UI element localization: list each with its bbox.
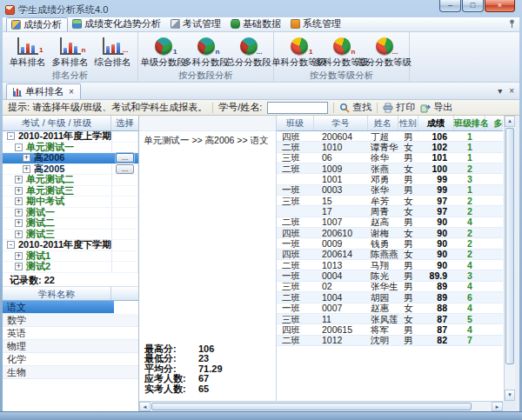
- table-row[interactable]: 二班1009张燕女1002: [277, 163, 503, 174]
- subject-row[interactable]: 化学: [3, 353, 138, 366]
- maximize-button[interactable]: □: [462, 0, 484, 12]
- table-row[interactable]: 四班200604丁超男1061: [277, 131, 503, 142]
- table-row[interactable]: 一班0003张华男991: [277, 185, 503, 196]
- browse-button[interactable]: ...: [116, 153, 134, 163]
- horizontal-scroll-thumb[interactable]: [151, 403, 472, 410]
- table-row[interactable]: 一班0007赵惠女884: [277, 303, 503, 314]
- scroll-down-icon[interactable]: ▼: [505, 390, 515, 401]
- table-row[interactable]: 三班11张风莲女875: [277, 314, 503, 324]
- cell: 男: [398, 260, 418, 270]
- table-row[interactable]: 二班1007赵高男904: [277, 217, 503, 228]
- pie-chart-multi-button[interactable]: n多科分数段: [184, 34, 227, 70]
- pie-chart-single-button[interactable]: 1单级分数段: [142, 34, 184, 70]
- table-row[interactable]: 二班1010谭青华女1021: [277, 142, 503, 152]
- menu-tab-3[interactable]: 基础数据: [226, 17, 286, 31]
- cell: 二班: [277, 260, 314, 270]
- table-row[interactable]: 三班15牟芳女972: [277, 196, 503, 206]
- cell: 1: [454, 152, 485, 163]
- bar-chart-single-button[interactable]: 1单科排名: [6, 34, 49, 70]
- subject-row[interactable]: 生物: [3, 366, 138, 379]
- tree-item[interactable]: +测试二: [3, 218, 138, 230]
- menu-tab-4[interactable]: 系统管理: [286, 17, 346, 31]
- expander-icon[interactable]: +: [15, 252, 23, 260]
- cell: 99: [418, 174, 454, 184]
- cell: 1010: [314, 142, 368, 152]
- bar-chart-multi-button[interactable]: n多科排名: [49, 34, 91, 70]
- table-row[interactable]: 四班200614陈燕燕女902: [277, 250, 503, 260]
- tree-item[interactable]: +测试一: [3, 208, 138, 219]
- ribbon-group-label: 按分数等级分析: [278, 70, 405, 82]
- close-all-tabs-icon[interactable]: ×: [509, 86, 514, 96]
- subject-row[interactable]: 英语: [3, 327, 138, 340]
- scroll-left-icon[interactable]: ◄: [139, 402, 151, 411]
- vertical-scroll-thumb[interactable]: [505, 128, 514, 364]
- minimize-button[interactable]: –: [439, 0, 461, 12]
- expander-icon[interactable]: +: [15, 187, 23, 195]
- menu-tab-0[interactable]: 成绩分析: [6, 17, 68, 31]
- column-header-2[interactable]: 姓名: [368, 116, 398, 130]
- column-header-3[interactable]: 性别: [398, 116, 418, 130]
- cell: 赵高: [368, 217, 398, 227]
- column-header-1[interactable]: 学号: [314, 116, 368, 130]
- expander-icon[interactable]: -: [15, 143, 23, 151]
- column-header-4[interactable]: 成绩: [418, 116, 454, 130]
- expander-icon[interactable]: +: [23, 154, 30, 162]
- print-button[interactable]: 打印: [383, 101, 415, 114]
- scroll-up-icon[interactable]: ▲: [505, 116, 515, 127]
- tab-list-dropdown-icon[interactable]: ▾: [498, 86, 502, 96]
- table-row[interactable]: 二班1004胡园男896: [277, 292, 503, 303]
- menu-tab-2[interactable]: 考试管理: [166, 17, 226, 31]
- tree-item[interactable]: +高2006...: [3, 153, 138, 164]
- tree-item[interactable]: -2010-2011年度下学期: [3, 240, 138, 251]
- expander-icon[interactable]: +: [15, 197, 23, 205]
- expander-icon[interactable]: +: [15, 209, 23, 217]
- close-button[interactable]: ×: [485, 0, 515, 12]
- main-area: 考试 / 年级 / 班级 选择 -2010-2011年度上学期-单元测试一+高2…: [3, 116, 519, 411]
- expander-icon[interactable]: +: [15, 263, 23, 270]
- tree-item[interactable]: +测试2: [3, 262, 138, 273]
- expander-icon[interactable]: +: [15, 219, 23, 227]
- doc-tab-single-rank[interactable]: 单科排名 ×: [6, 83, 81, 99]
- tree-item[interactable]: -单元测试一: [3, 143, 138, 154]
- menu-tab-1[interactable]: 成绩变化趋势分析: [68, 17, 166, 31]
- expander-icon[interactable]: -: [7, 241, 15, 249]
- subject-row[interactable]: 数学: [3, 314, 138, 327]
- grade-pie-total-button[interactable]: ...总分分数等级: [363, 34, 405, 70]
- grade-pie-multi-icon: n: [333, 37, 351, 55]
- table-row[interactable]: 三班02张华生男894: [277, 282, 503, 292]
- table-row[interactable]: 四班200610谢梅女902: [277, 228, 503, 238]
- expander-icon[interactable]: +: [15, 176, 23, 183]
- export-button[interactable]: 导出: [420, 101, 452, 114]
- find-button[interactable]: 查找: [339, 101, 371, 114]
- pin-icon[interactable]: [508, 19, 516, 29]
- table-row[interactable]: 三班06徐华男1011: [277, 153, 503, 163]
- tree-item[interactable]: +测试1: [3, 251, 138, 263]
- table-row[interactable]: 一班0009钱勇男902: [277, 238, 503, 249]
- horizontal-scrollbar[interactable]: ◄ ►: [139, 401, 503, 411]
- table-row[interactable]: 17周青女972: [277, 206, 503, 217]
- browse-button[interactable]: ...: [116, 164, 134, 174]
- tree-item[interactable]: +单元测试三: [3, 186, 138, 197]
- scroll-right-icon[interactable]: ►: [492, 402, 503, 411]
- column-header-6[interactable]: 多科: [485, 116, 503, 130]
- table-row[interactable]: 四班200615将军男874: [277, 324, 503, 335]
- expander-icon[interactable]: -: [7, 132, 15, 140]
- table-row[interactable]: 1001邓勇男993: [277, 174, 503, 184]
- doc-tab-close-icon[interactable]: ×: [69, 87, 74, 97]
- vertical-scrollbar[interactable]: ▲ ▼: [504, 116, 515, 401]
- table-row[interactable]: 二班1012沈明男827: [277, 336, 503, 346]
- subject-header-label[interactable]: 学科名称: [3, 287, 111, 300]
- subject-row[interactable]: 物理: [3, 340, 138, 353]
- column-header-5[interactable]: 班级排名: [454, 116, 485, 130]
- table-row[interactable]: 二班1013马翔男904: [277, 260, 503, 270]
- table-row[interactable]: 一班0004陈光男89.93: [277, 270, 503, 281]
- tree-header-main[interactable]: 考试 / 年级 / 班级: [3, 116, 111, 130]
- expander-icon[interactable]: +: [15, 230, 23, 238]
- expander-icon[interactable]: +: [23, 165, 30, 173]
- pie-chart-total-button[interactable]: ...总分分数段: [227, 34, 270, 70]
- subject-row[interactable]: 语文: [3, 301, 114, 314]
- bar-chart-total-button[interactable]: ...综合排名: [91, 34, 134, 70]
- search-input[interactable]: [267, 102, 328, 114]
- tree-item[interactable]: +期中考试: [3, 197, 138, 208]
- column-header-0[interactable]: 班级: [277, 116, 314, 130]
